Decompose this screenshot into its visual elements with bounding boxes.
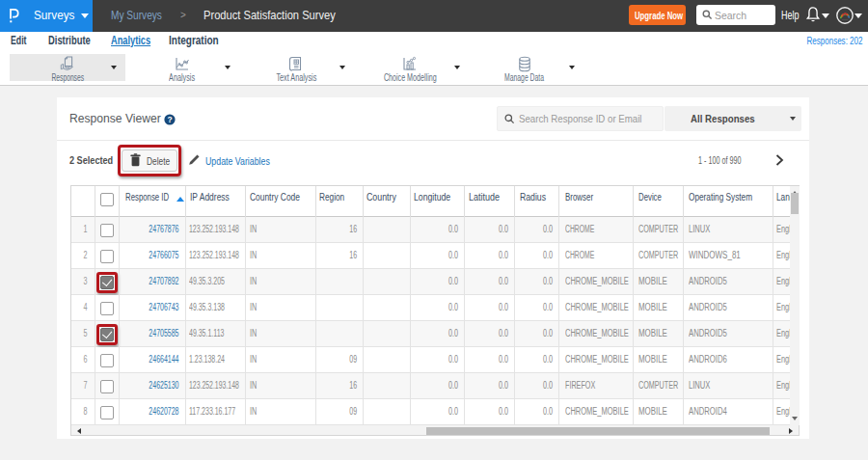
svg-text:?: ?	[167, 114, 172, 123]
